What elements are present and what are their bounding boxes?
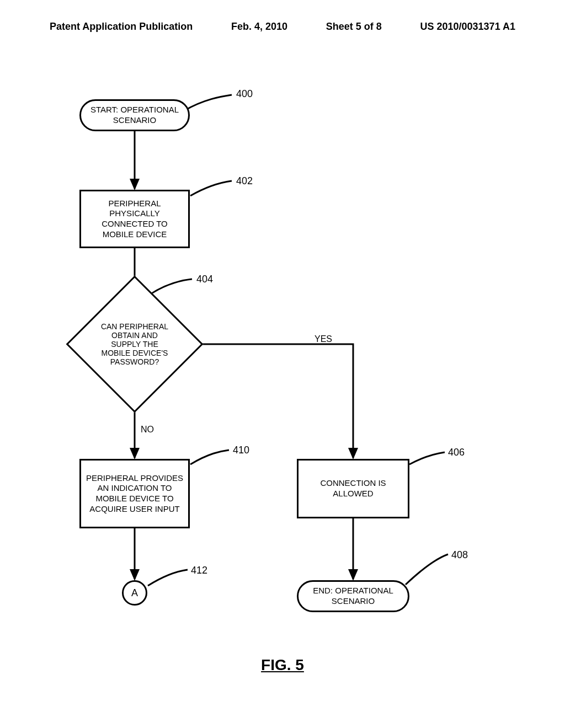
- flowchart: START: OPERATIONAL SCENARIO 400 PERIPHER…: [0, 72, 565, 656]
- end-node: END: OPERATIONAL SCENARIO: [297, 580, 409, 612]
- page-header: Patent Application Publication Feb. 4, 2…: [0, 21, 565, 33]
- ref-412: 412: [191, 565, 207, 576]
- edge-label-no: NO: [141, 425, 154, 435]
- connector-a: A: [122, 580, 147, 606]
- publication-date: Feb. 4, 2010: [231, 21, 287, 33]
- process-provide-indication: PERIPHERAL PROVIDES AN INDICATION TO MOB…: [79, 459, 190, 528]
- ref-410: 410: [233, 445, 249, 456]
- decision-password: CAN PERIPHERAL OBTAIN AND SUPPLY THE MOB…: [86, 296, 183, 393]
- connector-lines: [0, 72, 565, 656]
- sheet-number: Sheet 5 of 8: [326, 21, 382, 33]
- ref-406: 406: [448, 447, 465, 458]
- publication-type: Patent Application Publication: [50, 21, 193, 33]
- ref-400: 400: [236, 88, 253, 100]
- start-node: START: OPERATIONAL SCENARIO: [79, 99, 190, 131]
- edge-label-yes: YES: [315, 334, 332, 344]
- ref-402: 402: [236, 175, 253, 187]
- ref-404: 404: [196, 274, 213, 285]
- process-connection-allowed: CONNECTION IS ALLOWED: [297, 459, 409, 518]
- decision-password-text: CAN PERIPHERAL OBTAIN AND SUPPLY THE MOB…: [86, 296, 183, 393]
- process-peripheral-connected: PERIPHERAL PHYSICALLY CONNECTED TO MOBIL…: [79, 190, 190, 248]
- figure-label: FIG. 5: [0, 656, 565, 674]
- ref-408: 408: [451, 549, 468, 561]
- publication-number: US 2010/0031371 A1: [420, 21, 515, 33]
